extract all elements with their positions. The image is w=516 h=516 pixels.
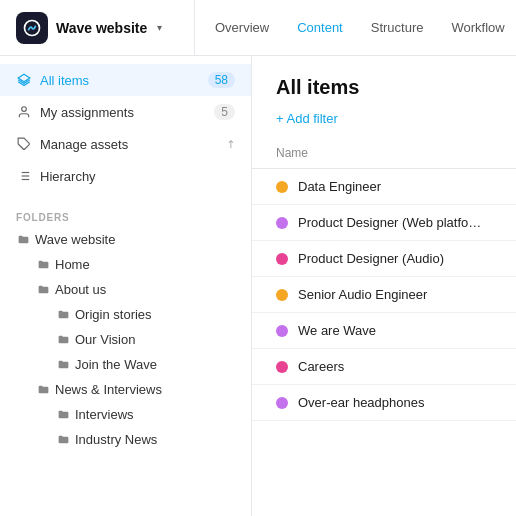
brand-logo — [16, 12, 48, 44]
tree-item-industry-news[interactable]: Industry News — [0, 427, 251, 452]
status-dot — [276, 217, 288, 229]
tree-item-news-interviews[interactable]: News & Interviews — [0, 377, 251, 402]
user-icon — [16, 104, 32, 120]
table-row[interactable]: Senior Audio Engineer — [252, 277, 516, 313]
table-row[interactable]: Over-ear headphones — [252, 385, 516, 421]
folders-label: FOLDERS — [0, 200, 251, 227]
table-header: Name — [252, 138, 516, 169]
row-name: Product Designer (Web platfo… — [298, 215, 481, 230]
content-table: Name Data Engineer Product Designer (Web… — [252, 138, 516, 421]
tree-label-join-the-wave: Join the Wave — [75, 357, 157, 372]
brand-name: Wave website — [56, 20, 147, 36]
external-link-icon: ↗ — [223, 136, 239, 152]
tree-item-home[interactable]: Home — [0, 252, 251, 277]
tree-label-interviews: Interviews — [75, 407, 134, 422]
brand-chevron-icon: ▾ — [157, 22, 162, 33]
tab-workflow[interactable]: Workflow — [439, 0, 516, 55]
row-name: Careers — [298, 359, 344, 374]
tree-label-industry-news: Industry News — [75, 432, 157, 447]
brand[interactable]: Wave website ▾ — [0, 0, 195, 55]
status-dot — [276, 325, 288, 337]
page-title: All items — [276, 76, 492, 99]
add-filter-button[interactable]: + Add filter — [276, 111, 338, 126]
folder-icon — [56, 408, 70, 422]
row-name: Senior Audio Engineer — [298, 287, 427, 302]
sidebar-item-hierarchy[interactable]: Hierarchy — [0, 160, 251, 192]
folder-icon — [36, 383, 50, 397]
folder-icon — [36, 283, 50, 297]
folder-icon — [36, 258, 50, 272]
table-row[interactable]: Careers — [252, 349, 516, 385]
sidebar-item-hierarchy-label: Hierarchy — [40, 169, 235, 184]
column-name-header: Name — [276, 146, 308, 160]
topbar: Wave website ▾ Overview Content Structur… — [0, 0, 516, 56]
folder-icon — [56, 333, 70, 347]
row-name: We are Wave — [298, 323, 376, 338]
table-row[interactable]: Product Designer (Web platfo… — [252, 205, 516, 241]
tree-item-wave-website[interactable]: Wave website — [0, 227, 251, 252]
tree-item-join-the-wave[interactable]: Join the Wave — [0, 352, 251, 377]
sidebar-item-manage-assets-label: Manage assets — [40, 137, 218, 152]
layers-icon — [16, 72, 32, 88]
sidebar-item-my-assignments-label: My assignments — [40, 105, 206, 120]
folder-icon — [56, 358, 70, 372]
sidebar-menu: All items 58 My assignments 5 — [0, 56, 251, 200]
status-dot — [276, 181, 288, 193]
sidebar-item-all-items-label: All items — [40, 73, 200, 88]
table-row[interactable]: We are Wave — [252, 313, 516, 349]
sidebar-item-all-items-badge: 58 — [208, 72, 235, 88]
folder-icon — [56, 433, 70, 447]
tree-item-interviews[interactable]: Interviews — [0, 402, 251, 427]
main-area: All items 58 My assignments 5 — [0, 56, 516, 516]
tab-content[interactable]: Content — [285, 0, 355, 55]
sidebar-item-manage-assets[interactable]: Manage assets ↗ — [0, 128, 251, 160]
tab-structure[interactable]: Structure — [359, 0, 436, 55]
hierarchy-icon — [16, 168, 32, 184]
tree-label-our-vision: Our Vision — [75, 332, 135, 347]
nav-tabs: Overview Content Structure Workflow — [195, 0, 516, 55]
status-dot — [276, 253, 288, 265]
tree-label-home: Home — [55, 257, 90, 272]
table-row[interactable]: Data Engineer — [252, 169, 516, 205]
tree-label-about-us: About us — [55, 282, 106, 297]
svg-point-2 — [22, 107, 27, 112]
tag-icon — [16, 136, 32, 152]
tree-label-origin-stories: Origin stories — [75, 307, 152, 322]
sidebar-item-all-items[interactable]: All items 58 — [0, 64, 251, 96]
sidebar-item-my-assignments-badge: 5 — [214, 104, 235, 120]
status-dot — [276, 397, 288, 409]
status-dot — [276, 289, 288, 301]
content-header: All items + Add filter — [252, 56, 516, 138]
status-dot — [276, 361, 288, 373]
tree-item-about-us[interactable]: About us — [0, 277, 251, 302]
table-row[interactable]: Product Designer (Audio) — [252, 241, 516, 277]
tree-label-wave-website: Wave website — [35, 232, 115, 247]
tree-label-news-interviews: News & Interviews — [55, 382, 162, 397]
folders-section: FOLDERS Wave website Home — [0, 200, 251, 460]
sidebar: All items 58 My assignments 5 — [0, 56, 252, 516]
folder-icon — [16, 233, 30, 247]
sidebar-item-my-assignments[interactable]: My assignments 5 — [0, 96, 251, 128]
folder-icon — [56, 308, 70, 322]
tab-overview[interactable]: Overview — [203, 0, 281, 55]
row-name: Product Designer (Audio) — [298, 251, 444, 266]
tree-item-origin-stories[interactable]: Origin stories — [0, 302, 251, 327]
row-name: Over-ear headphones — [298, 395, 424, 410]
content-area: All items + Add filter Name Data Enginee… — [252, 56, 516, 516]
row-name: Data Engineer — [298, 179, 381, 194]
tree-item-our-vision[interactable]: Our Vision — [0, 327, 251, 352]
